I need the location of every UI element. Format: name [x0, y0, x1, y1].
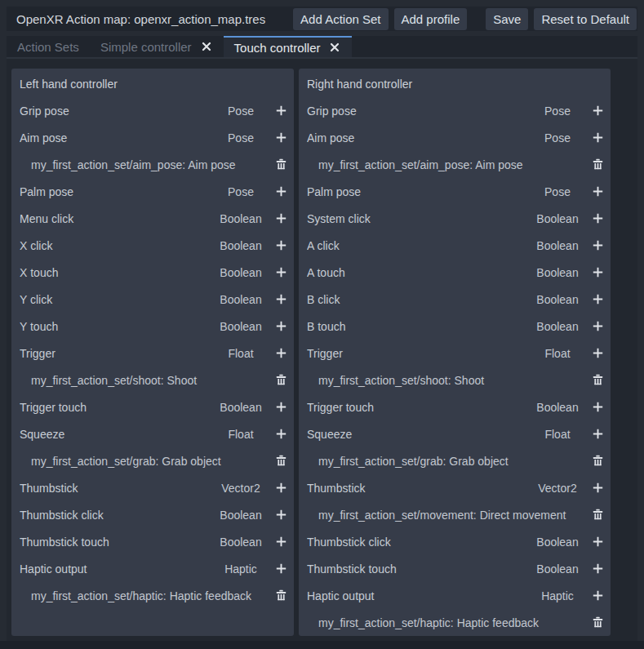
remove-binding-button[interactable]: [592, 509, 604, 521]
action-row-squeeze: SqueezeFloat: [299, 420, 611, 447]
tab-close-button[interactable]: [200, 40, 213, 53]
action-type-label: Boolean: [211, 536, 271, 549]
plus-icon: [275, 401, 287, 413]
binding-label: my_first_action_set/grab: Grab object: [318, 455, 592, 468]
plus-icon: [592, 589, 604, 602]
add-binding-button[interactable]: [275, 428, 287, 440]
add-binding-button[interactable]: [275, 509, 287, 521]
toolbar-button-add-profile[interactable]: Add profile: [394, 8, 468, 30]
action-label: System click: [307, 212, 527, 225]
binding-label: my_first_action_set/haptic: Haptic feedb…: [31, 589, 275, 602]
plus-icon: [592, 293, 604, 305]
add-binding-button[interactable]: [592, 131, 604, 144]
bottom-edge: [0, 641, 644, 649]
plus-icon: [592, 482, 604, 494]
add-binding-button[interactable]: [275, 239, 287, 251]
plus-icon: [592, 401, 604, 413]
add-binding-button[interactable]: [275, 536, 287, 548]
action-row-haptic-output: Haptic outputHaptic: [11, 555, 294, 582]
trash-icon: [592, 455, 604, 467]
add-binding-button[interactable]: [592, 293, 604, 305]
action-type-label: Pose: [527, 185, 588, 198]
action-label: Haptic output: [20, 562, 211, 576]
left-hand-controller-panel: Left hand controllerGrip posePoseAim pos…: [11, 69, 294, 636]
add-binding-button[interactable]: [275, 212, 287, 224]
add-binding-button[interactable]: [592, 589, 604, 602]
add-binding-button[interactable]: [275, 320, 287, 332]
toolbar-button-add-action-set[interactable]: Add Action Set: [293, 8, 388, 30]
add-binding-button[interactable]: [275, 401, 287, 413]
tab-action-sets[interactable]: Action Sets: [7, 36, 90, 57]
remove-binding-button[interactable]: [592, 455, 604, 467]
tab-simple-controller[interactable]: Simple controller: [90, 36, 224, 57]
plus-icon: [275, 536, 287, 548]
remove-binding-button[interactable]: [275, 158, 287, 171]
plus-icon: [275, 509, 287, 521]
add-binding-button[interactable]: [275, 347, 287, 359]
add-binding-button[interactable]: [275, 131, 287, 144]
add-binding-button[interactable]: [275, 562, 287, 575]
action-label: Thumbstick click: [20, 509, 211, 522]
tab-close-button[interactable]: [328, 41, 341, 54]
add-binding-button[interactable]: [592, 104, 604, 117]
remove-binding-button[interactable]: [592, 374, 604, 386]
action-row-b-touch: B touchBoolean: [299, 313, 611, 340]
add-binding-button[interactable]: [592, 320, 604, 332]
remove-binding-button[interactable]: [592, 158, 604, 171]
action-type-label: Boolean: [527, 536, 588, 549]
action-row-grip-pose: Grip posePose: [299, 97, 611, 124]
action-row-aim-pose: Aim posePose: [299, 124, 611, 151]
action-row-palm-pose: Palm posePose: [11, 178, 294, 205]
add-binding-button[interactable]: [592, 347, 604, 359]
add-binding-button[interactable]: [275, 104, 287, 117]
add-binding-button[interactable]: [275, 482, 287, 494]
action-type-label: Pose: [527, 104, 588, 118]
add-binding-button[interactable]: [592, 185, 604, 198]
remove-binding-button[interactable]: [275, 589, 287, 602]
tab-label: Simple controller: [100, 40, 192, 54]
toolbar-button-reset-to-default[interactable]: Reset to Default: [534, 8, 637, 30]
tab-touch-controller[interactable]: Touch controller: [224, 36, 353, 57]
binding-row-my-first-action-set-shoot-shoot: my_first_action_set/shoot: Shoot: [11, 367, 294, 393]
binding-row-my-first-action-set-aim-pose-aim-pose: my_first_action_set/aim_pose: Aim pose: [299, 151, 611, 178]
add-binding-button[interactable]: [592, 536, 604, 548]
action-type-label: Boolean: [211, 320, 271, 333]
add-binding-button[interactable]: [592, 266, 604, 278]
action-row-x-click: X clickBoolean: [11, 232, 294, 259]
add-binding-button[interactable]: [275, 293, 287, 305]
action-row-trigger-touch: Trigger touchBoolean: [299, 393, 611, 420]
close-icon: [329, 42, 340, 53]
add-binding-button[interactable]: [592, 562, 604, 575]
binding-label: my_first_action_set/aim_pose: Aim pose: [318, 158, 592, 171]
add-binding-button[interactable]: [275, 185, 287, 198]
plus-icon: [275, 293, 287, 305]
plus-icon: [275, 131, 287, 144]
add-binding-button[interactable]: [592, 212, 604, 224]
add-binding-button[interactable]: [275, 266, 287, 278]
add-binding-button[interactable]: [592, 482, 604, 494]
action-type-label: Boolean: [527, 239, 588, 252]
plus-icon: [592, 239, 604, 251]
plus-icon: [275, 482, 287, 494]
remove-binding-button[interactable]: [275, 374, 287, 386]
action-label: Y touch: [20, 320, 211, 333]
add-binding-button[interactable]: [592, 239, 604, 251]
trash-icon: [275, 589, 287, 602]
add-binding-button[interactable]: [592, 428, 604, 440]
page-title: OpenXR Action map: openxr_action_map.tre…: [7, 12, 265, 26]
plus-icon: [275, 239, 287, 251]
remove-binding-button[interactable]: [275, 455, 287, 467]
toolbar-button-save[interactable]: Save: [486, 8, 528, 30]
action-label: Aim pose: [20, 131, 211, 144]
action-type-label: Float: [527, 347, 588, 360]
plus-icon: [592, 428, 604, 440]
action-label: Trigger touch: [307, 401, 527, 414]
action-type-label: Boolean: [211, 212, 271, 225]
add-binding-button[interactable]: [592, 401, 604, 413]
binding-label: my_first_action_set/grab: Grab object: [31, 455, 275, 468]
action-label: B touch: [307, 320, 527, 333]
plus-icon: [592, 131, 604, 144]
plus-icon: [592, 104, 604, 117]
action-row-menu-click: Menu clickBoolean: [11, 205, 294, 232]
remove-binding-button[interactable]: [592, 616, 604, 629]
